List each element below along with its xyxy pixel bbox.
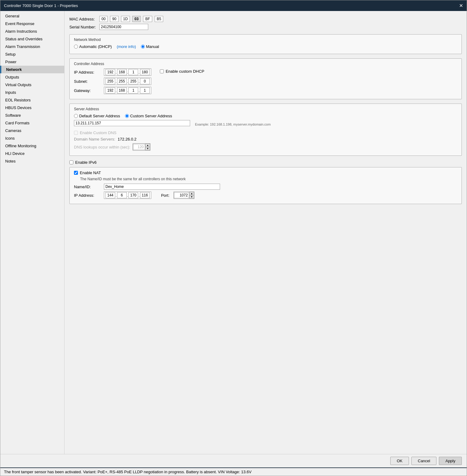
dns-lookup-down-btn[interactable]: ▼ <box>145 147 150 150</box>
enable-custom-dhcp-label[interactable]: Enable custom DHCP <box>160 69 204 74</box>
custom-server-radio[interactable] <box>125 114 129 118</box>
dns-lookup-input[interactable] <box>133 144 145 150</box>
apply-button[interactable]: Apply <box>439 457 462 465</box>
dhcp-label: Automatic (DHCP) <box>79 44 112 49</box>
port-spinner[interactable]: ▲ ▼ <box>174 192 194 199</box>
serial-row: Serial Number: <box>69 24 462 30</box>
sidebar-item-power[interactable]: Power <box>0 58 64 66</box>
default-server-label[interactable]: Default Server Address <box>74 114 120 118</box>
sidebar-item-alarm-instructions[interactable]: Alarm Instructions <box>0 27 64 35</box>
manual-radio[interactable] <box>141 45 145 49</box>
subnet-row: Subnet: . . . <box>74 78 457 85</box>
sidebar-item-alarm-transmission[interactable]: Alarm Transmission <box>0 43 64 50</box>
nat-ip-seg1[interactable] <box>105 192 115 198</box>
nat-ip-seg2[interactable] <box>117 192 127 198</box>
nat-ip-label: IP Address: <box>74 193 101 198</box>
close-button[interactable]: ✕ <box>459 3 463 9</box>
mac-label: MAC Address: <box>69 17 97 21</box>
dhcp-radio-label[interactable]: Automatic (DHCP) <box>74 44 112 49</box>
server-address-input[interactable] <box>74 120 190 126</box>
sidebar-item-setup[interactable]: Setup <box>0 50 64 58</box>
port-up-btn[interactable]: ▲ <box>189 192 194 195</box>
nat-ip-seg4[interactable] <box>140 192 150 198</box>
enable-custom-dhcp-checkbox[interactable] <box>160 69 164 73</box>
sub-seg2[interactable] <box>117 78 127 84</box>
sidebar: GeneralEvent ResponseAlarm InstructionsS… <box>0 11 64 454</box>
ip-row: IP Address: . . . Enable custom DHCP <box>74 68 457 76</box>
network-method-section: Network Method Automatic (DHCP) (more in… <box>69 34 462 54</box>
subnet-input[interactable]: . . . <box>104 78 151 85</box>
enable-ipv6-row: Enable IPv6 <box>69 160 462 165</box>
ip-address-input[interactable]: . . . <box>104 68 151 76</box>
sidebar-item-eol-resistors[interactable]: EOL Resistors <box>0 96 64 104</box>
sidebar-item-hli-device[interactable]: HLI Device <box>0 150 64 157</box>
sidebar-item-software[interactable]: Software <box>0 112 64 119</box>
more-info-link[interactable]: (more info) <box>117 44 136 49</box>
sidebar-item-event-response[interactable]: Event Response <box>0 20 64 27</box>
sidebar-item-inputs[interactable]: Inputs <box>0 89 64 96</box>
ip-seg3[interactable] <box>128 69 138 75</box>
title-bar: Controller 7000 Single Door 1 - Properti… <box>0 0 467 11</box>
gateway-row: Gateway: . . . <box>74 87 457 94</box>
content-area: MAC Address: 00 90 1D 03 BF B5 Serial Nu… <box>64 11 467 454</box>
default-server-text: Default Server Address <box>79 114 120 118</box>
gw-seg2[interactable] <box>117 87 127 93</box>
nat-description: The Name/ID must be the same for all con… <box>80 177 457 181</box>
custom-server-text: Custom Server Address <box>130 114 172 118</box>
port-spinner-btns: ▲ ▼ <box>189 192 194 199</box>
serial-input[interactable] <box>99 24 148 30</box>
port-input[interactable] <box>174 192 189 198</box>
network-method-title: Network Method <box>74 38 457 42</box>
mac-part-3: 1D <box>121 16 130 22</box>
sub-seg4[interactable] <box>140 78 150 84</box>
name-id-input[interactable] <box>104 184 220 190</box>
sidebar-item-offline-monitoring[interactable]: Offline Monitoring <box>0 142 64 150</box>
sidebar-item-network[interactable]: Network <box>0 66 64 73</box>
sub-seg3[interactable] <box>128 78 138 84</box>
custom-server-label[interactable]: Custom Server Address <box>125 114 172 118</box>
name-id-label: Name/ID: <box>74 185 101 189</box>
mac-row: MAC Address: 00 90 1D 03 BF B5 <box>69 16 462 22</box>
dns-lookup-spinner-btns: ▲ ▼ <box>145 144 150 150</box>
dns-lookup-spinner[interactable]: ▲ ▼ <box>133 143 150 151</box>
gateway-input[interactable]: . . . <box>104 87 151 94</box>
status-bar: The front tamper sensor has been activat… <box>0 467 467 476</box>
sidebar-item-cameras[interactable]: Cameras <box>0 127 64 134</box>
enable-ipv6-checkbox[interactable] <box>69 160 73 164</box>
sidebar-item-outputs[interactable]: Outputs <box>0 73 64 81</box>
dns-lookup-up-btn[interactable]: ▲ <box>145 144 150 147</box>
sidebar-item-icons[interactable]: Icons <box>0 134 64 142</box>
nat-ip-input[interactable]: . . . <box>104 192 151 199</box>
enable-nat-checkbox[interactable] <box>74 171 78 175</box>
network-method-radio-group: Automatic (DHCP) (more info) Manual <box>74 44 457 49</box>
sidebar-item-status-and-overrides[interactable]: Status and Overrides <box>0 35 64 43</box>
sub-seg1[interactable] <box>105 78 115 84</box>
enable-custom-dns-checkbox[interactable] <box>74 131 78 135</box>
ip-label: IP Address: <box>74 70 101 75</box>
domain-name-servers-value: 172.26.0.2 <box>118 137 136 141</box>
gw-seg1[interactable] <box>105 87 115 93</box>
ok-button[interactable]: OK <box>390 457 409 465</box>
cancel-button[interactable]: Cancel <box>411 457 436 465</box>
ip-seg1[interactable] <box>105 69 115 75</box>
server-address-row: Example: 192.168.1.198, myserver.mydomai… <box>74 120 457 129</box>
controller-address-title: Controller Address <box>74 62 457 66</box>
sidebar-item-virtual-outputs[interactable]: Virtual Outputs <box>0 81 64 89</box>
server-example: Example: 192.168.1.198, myserver.mydomai… <box>195 123 271 126</box>
sidebar-item-notes[interactable]: Notes <box>0 157 64 165</box>
gw-seg4[interactable] <box>140 87 150 93</box>
nat-ip-seg3[interactable] <box>128 192 138 198</box>
manual-radio-label[interactable]: Manual <box>141 44 159 49</box>
ip-seg2[interactable] <box>117 69 127 75</box>
default-server-radio[interactable] <box>74 114 78 118</box>
sidebar-item-general[interactable]: General <box>0 12 64 20</box>
footer-buttons: OK Cancel Apply <box>0 454 467 467</box>
sidebar-item-hbus-devices[interactable]: HBUS Devices <box>0 104 64 112</box>
gw-seg3[interactable] <box>128 87 138 93</box>
manual-label: Manual <box>146 44 159 49</box>
mac-part-5: BF <box>143 16 152 22</box>
dhcp-radio[interactable] <box>74 45 78 49</box>
port-down-btn[interactable]: ▼ <box>189 195 194 199</box>
sidebar-item-card-formats[interactable]: Card Formats <box>0 119 64 127</box>
ip-seg4[interactable] <box>140 69 150 75</box>
